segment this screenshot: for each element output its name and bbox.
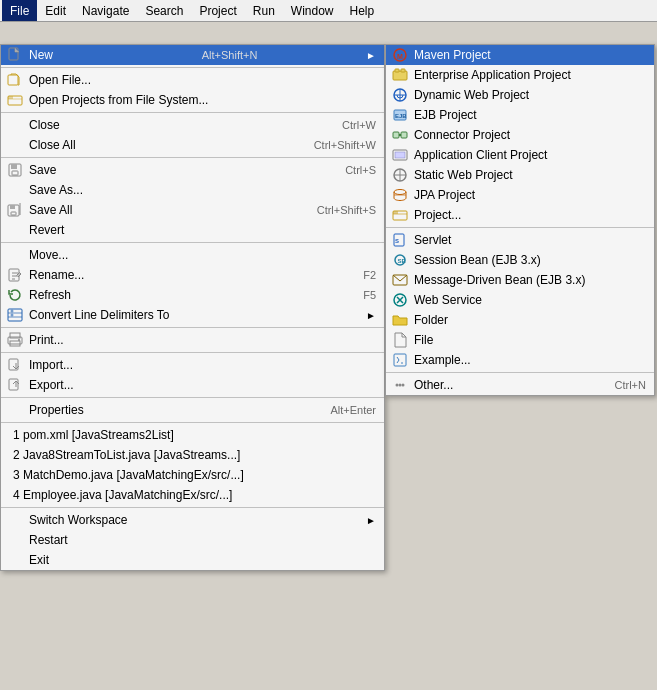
submenu-session-bean[interactable]: SB Session Bean (EJB 3.x) <box>386 250 654 270</box>
submenu-message-bean[interactable]: Message-Driven Bean (EJB 3.x) <box>386 270 654 290</box>
menu-item-import[interactable]: Import... <box>1 355 384 375</box>
svg-rect-39 <box>401 132 407 138</box>
separator-6 <box>1 352 384 353</box>
menu-help[interactable]: Help <box>342 0 383 21</box>
separator-8 <box>1 422 384 423</box>
menu-item-export[interactable]: Export... <box>1 375 384 395</box>
svg-rect-38 <box>393 132 399 138</box>
submenu-servlet[interactable]: S Servlet <box>386 230 654 250</box>
svg-rect-16 <box>10 205 15 209</box>
main-area: WEB CODE GEEKS WEB DEVELOPERS RESOURCE C… <box>0 22 657 690</box>
menu-item-properties[interactable]: Properties Alt+Enter <box>1 400 384 420</box>
svg-rect-9 <box>8 75 18 85</box>
submenu-dynamic-web[interactable]: Dynamic Web Project <box>386 85 654 105</box>
menu-item-refresh[interactable]: Refresh F5 <box>1 285 384 305</box>
recent-file-2[interactable]: 2 Java8StreamToList.java [JavaStreams...… <box>1 445 384 465</box>
save-all-icon <box>7 202 23 218</box>
menu-item-print[interactable]: Print... <box>1 330 384 350</box>
file-icon <box>392 332 408 348</box>
submenu-jpa[interactable]: JPA Project <box>386 185 654 205</box>
menu-file[interactable]: File <box>2 0 37 21</box>
new-icon <box>7 47 23 63</box>
connector-icon <box>392 127 408 143</box>
recent-file-4[interactable]: 4 Employee.java [JavaMatchingEx/src/...] <box>1 485 384 505</box>
svg-text:M: M <box>397 53 403 60</box>
submenu-app-client[interactable]: Application Client Project <box>386 145 654 165</box>
restart-icon <box>7 532 23 548</box>
submenu-enterprise-app[interactable]: Enterprise Application Project <box>386 65 654 85</box>
submenu-project[interactable]: Project... <box>386 205 654 225</box>
workspace-icon <box>7 512 23 528</box>
menu-item-save[interactable]: Save Ctrl+S <box>1 160 384 180</box>
menubar: File Edit Navigate Search Project Run Wi… <box>0 0 657 22</box>
refresh-icon <box>7 287 23 303</box>
svg-rect-31 <box>395 69 399 72</box>
menu-item-close-all[interactable]: Close All Ctrl+Shift+W <box>1 135 384 155</box>
menu-item-convert-delimiters[interactable]: Convert Line Delimiters To ► <box>1 305 384 325</box>
menu-item-switch-workspace[interactable]: Switch Workspace ► <box>1 510 384 530</box>
menu-window[interactable]: Window <box>283 0 342 21</box>
svg-rect-19 <box>8 309 22 321</box>
svg-text:S: S <box>395 238 399 244</box>
enterprise-icon <box>392 67 408 83</box>
open-file-icon <box>7 72 23 88</box>
close-all-icon <box>7 137 23 153</box>
svg-rect-56 <box>394 354 406 366</box>
file-menu-dropdown: New Alt+Shift+N ► Open File... Open Proj… <box>0 44 385 571</box>
example-icon <box>392 352 408 368</box>
new-submenu: M Maven Project Enterprise Application P… <box>385 44 655 396</box>
menu-item-open-file[interactable]: Open File... <box>1 70 384 90</box>
submenu-sep-2 <box>386 372 654 373</box>
separator-5 <box>1 327 384 328</box>
menu-item-new[interactable]: New Alt+Shift+N ► <box>1 45 384 65</box>
menu-run[interactable]: Run <box>245 0 283 21</box>
menu-item-move[interactable]: Move... <box>1 245 384 265</box>
submenu-web-service[interactable]: Web Service <box>386 290 654 310</box>
svg-point-57 <box>396 384 399 387</box>
recent-file-1[interactable]: 1 pom.xml [JavaStreams2List] <box>1 425 384 445</box>
submenu-folder[interactable]: Folder <box>386 310 654 330</box>
other-icon <box>392 377 408 393</box>
svg-rect-13 <box>11 164 17 169</box>
submenu-maven-project[interactable]: M Maven Project <box>386 45 654 65</box>
menu-edit[interactable]: Edit <box>37 0 74 21</box>
close-doc-icon <box>7 117 23 133</box>
menu-navigate[interactable]: Navigate <box>74 0 137 21</box>
menu-item-revert[interactable]: Revert <box>1 220 384 240</box>
static-web-icon <box>392 167 408 183</box>
menu-search[interactable]: Search <box>137 0 191 21</box>
separator-7 <box>1 397 384 398</box>
export-icon <box>7 377 23 393</box>
submenu-other[interactable]: Other... Ctrl+N <box>386 375 654 395</box>
project-icon <box>392 207 408 223</box>
session-bean-icon: SB <box>392 252 408 268</box>
jpa-icon <box>392 187 408 203</box>
submenu-connector[interactable]: Connector Project <box>386 125 654 145</box>
submenu-file[interactable]: File <box>386 330 654 350</box>
submenu-ejb[interactable]: EJB EJB Project <box>386 105 654 125</box>
rename-icon <box>7 267 23 283</box>
submenu-sep-1 <box>386 227 654 228</box>
properties-icon <box>7 402 23 418</box>
open-projects-icon <box>7 92 23 108</box>
submenu-static-web[interactable]: Static Web Project <box>386 165 654 185</box>
servlet-icon: S <box>392 232 408 248</box>
svg-point-20 <box>11 310 14 313</box>
menu-item-save-as[interactable]: Save As... <box>1 180 384 200</box>
convert-icon <box>7 307 23 323</box>
svg-point-46 <box>394 190 406 195</box>
menu-item-close[interactable]: Close Ctrl+W <box>1 115 384 135</box>
print-icon <box>7 332 23 348</box>
menu-item-restart[interactable]: Restart <box>1 530 384 550</box>
menu-item-open-projects[interactable]: Open Projects from File System... <box>1 90 384 110</box>
submenu-example[interactable]: Example... <box>386 350 654 370</box>
recent-file-3[interactable]: 3 MatchDemo.java [JavaMatchingEx/src/...… <box>1 465 384 485</box>
menu-item-exit[interactable]: Exit <box>1 550 384 570</box>
menu-project[interactable]: Project <box>191 0 244 21</box>
move-icon <box>7 247 23 263</box>
folder-icon <box>392 312 408 328</box>
svg-point-59 <box>402 384 405 387</box>
menu-item-save-all[interactable]: Save All Ctrl+Shift+S <box>1 200 384 220</box>
menu-item-rename[interactable]: Rename... F2 <box>1 265 384 285</box>
maven-icon: M <box>392 47 408 63</box>
